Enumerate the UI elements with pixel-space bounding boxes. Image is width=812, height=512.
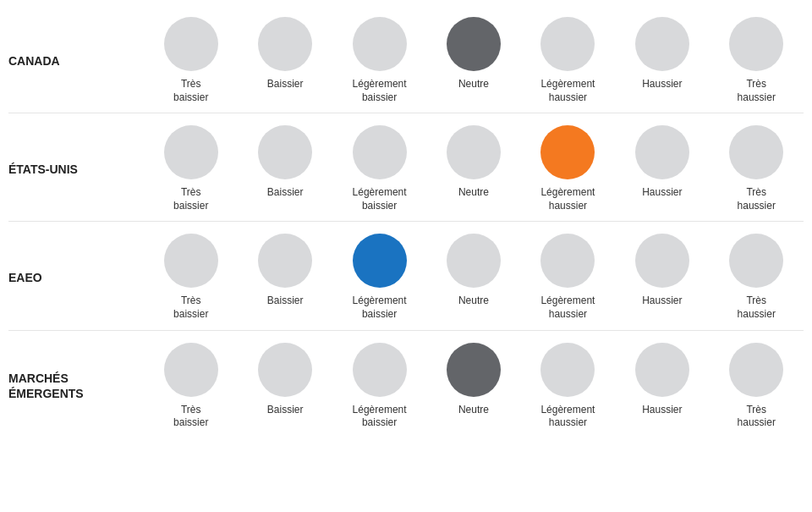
circle-eaeo-haussier[interactable]: [635, 234, 689, 288]
circle-col-canada-tres-haussier: Trèshaussier: [710, 17, 804, 104]
col-label-tres-baissier: Trèsbaissier: [173, 78, 208, 104]
circle-col-canada-haussier: Haussier: [615, 17, 709, 104]
col-label-baissier: Baissier: [267, 295, 304, 308]
col-label-neutre: Neutre: [458, 295, 489, 308]
circle-marches-emergents-tres-baissier[interactable]: [164, 343, 218, 397]
circle-eaeo-baissier[interactable]: [258, 234, 312, 288]
circle-marches-emergents-legerement-haussier[interactable]: [540, 343, 595, 397]
circle-canada-legerement-haussier[interactable]: [540, 17, 595, 71]
col-label-baissier: Baissier: [267, 186, 304, 200]
circle-marches-emergents-haussier[interactable]: [635, 343, 689, 397]
circle-canada-neutre[interactable]: [447, 17, 501, 71]
circle-marches-emergents-tres-haussier[interactable]: [729, 343, 783, 397]
circle-eaeo-tres-baissier[interactable]: [164, 234, 218, 288]
circle-col-etats-unis-tres-haussier: Trèshaussier: [710, 125, 804, 212]
col-label-haussier: Haussier: [642, 186, 682, 200]
row-label-etats-unis: ÉTATS-UNIS: [8, 162, 144, 177]
circle-eaeo-legerement-haussier[interactable]: [540, 234, 595, 288]
row-etats-unis: ÉTATS-UNISTrèsbaissierBaissierLégèrement…: [8, 125, 804, 212]
circle-col-marches-emergents-legerement-baissier: Légèrementbaissier: [332, 343, 426, 430]
circle-col-etats-unis-tres-baissier: Trèsbaissier: [144, 125, 238, 212]
col-label-legerement-baissier: Légèrementbaissier: [353, 186, 407, 212]
col-label-tres-baissier: Trèsbaissier: [173, 186, 208, 212]
circle-marches-emergents-neutre[interactable]: [447, 343, 501, 397]
circle-col-etats-unis-neutre: Neutre: [426, 125, 520, 212]
circle-col-etats-unis-baissier: Baissier: [238, 125, 332, 212]
circle-col-canada-baissier: Baissier: [238, 17, 332, 104]
circle-col-marches-emergents-legerement-haussier: Légèrementhaussier: [521, 343, 615, 430]
circles-area-etats-unis: TrèsbaissierBaissierLégèrementbaissierNe…: [144, 125, 804, 212]
row-label-eaeo: EAEO: [8, 270, 144, 285]
col-label-tres-haussier: Trèshaussier: [738, 78, 776, 104]
col-label-legerement-baissier: Légèrementbaissier: [353, 295, 407, 321]
circle-etats-unis-legerement-haussier[interactable]: [540, 125, 595, 179]
row-marches-emergents: MARCHÉS ÉMERGENTSTrèsbaissierBaissierLég…: [8, 343, 804, 430]
circle-etats-unis-tres-baissier[interactable]: [164, 125, 218, 179]
col-label-legerement-baissier: Légèrementbaissier: [353, 404, 407, 430]
divider-0: [8, 113, 804, 113]
col-label-tres-haussier: Trèshaussier: [738, 186, 776, 212]
col-label-tres-haussier: Trèshaussier: [738, 404, 776, 430]
circle-etats-unis-tres-haussier[interactable]: [729, 125, 783, 179]
circle-canada-baissier[interactable]: [258, 17, 312, 71]
circle-eaeo-tres-haussier[interactable]: [729, 234, 783, 288]
circle-col-eaeo-baissier: Baissier: [238, 234, 332, 321]
col-label-tres-baissier: Trèsbaissier: [173, 295, 208, 321]
circle-etats-unis-baissier[interactable]: [258, 125, 312, 179]
circle-col-eaeo-haussier: Haussier: [615, 234, 709, 321]
col-label-baissier: Baissier: [267, 78, 304, 91]
col-label-baissier: Baissier: [267, 404, 304, 417]
circle-col-marches-emergents-neutre: Neutre: [426, 343, 520, 430]
circle-canada-legerement-baissier[interactable]: [353, 17, 407, 71]
circle-canada-tres-baissier[interactable]: [164, 17, 218, 71]
circle-col-marches-emergents-haussier: Haussier: [615, 343, 709, 430]
circle-eaeo-neutre[interactable]: [447, 234, 501, 288]
row-label-marches-emergents: MARCHÉS ÉMERGENTS: [8, 371, 144, 401]
circle-etats-unis-legerement-baissier[interactable]: [353, 125, 407, 179]
divider-1: [8, 221, 804, 222]
divider-2: [8, 330, 804, 331]
circle-col-etats-unis-legerement-haussier: Légèrementhaussier: [521, 125, 615, 212]
circle-col-etats-unis-legerement-baissier: Légèrementbaissier: [332, 125, 426, 212]
row-canada: CANADATrèsbaissierBaissierLégèrementbais…: [8, 17, 804, 104]
circle-marches-emergents-baissier[interactable]: [258, 343, 312, 397]
circle-col-canada-legerement-haussier: Légèrementhaussier: [521, 17, 615, 104]
circle-col-eaeo-legerement-haussier: Légèrementhaussier: [521, 234, 615, 321]
circle-col-marches-emergents-tres-baissier: Trèsbaissier: [144, 343, 238, 430]
circle-col-canada-neutre: Neutre: [426, 17, 520, 104]
col-label-haussier: Haussier: [642, 404, 682, 417]
col-label-tres-haussier: Trèshaussier: [738, 295, 776, 321]
circles-area-eaeo: TrèsbaissierBaissierLégèrementbaissierNe…: [144, 234, 804, 321]
circle-etats-unis-neutre[interactable]: [447, 125, 501, 179]
circle-col-canada-legerement-baissier: Légèrementbaissier: [332, 17, 426, 104]
circle-col-eaeo-tres-haussier: Trèshaussier: [710, 234, 804, 321]
col-label-neutre: Neutre: [458, 78, 489, 91]
circle-canada-haussier[interactable]: [635, 17, 689, 71]
circle-eaeo-legerement-baissier[interactable]: [353, 234, 407, 288]
col-label-neutre: Neutre: [458, 186, 489, 200]
col-label-legerement-haussier: Légèrementhaussier: [540, 186, 595, 212]
circle-col-etats-unis-haussier: Haussier: [615, 125, 709, 212]
col-label-legerement-haussier: Légèrementhaussier: [540, 78, 595, 104]
col-label-legerement-haussier: Légèrementhaussier: [540, 295, 595, 321]
col-label-legerement-haussier: Légèrementhaussier: [540, 404, 595, 430]
circle-col-eaeo-tres-baissier: Trèsbaissier: [144, 234, 238, 321]
circle-etats-unis-haussier[interactable]: [635, 125, 689, 179]
circle-col-eaeo-neutre: Neutre: [426, 234, 520, 321]
circle-canada-tres-haussier[interactable]: [729, 17, 783, 71]
circle-col-marches-emergents-baissier: Baissier: [238, 343, 332, 430]
circle-col-marches-emergents-tres-haussier: Trèshaussier: [710, 343, 804, 430]
circle-marches-emergents-legerement-baissier[interactable]: [353, 343, 407, 397]
col-label-legerement-baissier: Légèrementbaissier: [353, 78, 407, 104]
col-label-neutre: Neutre: [458, 404, 489, 417]
chart-container: CANADATrèsbaissierBaissierLégèrementbais…: [0, 0, 812, 447]
circles-area-canada: TrèsbaissierBaissierLégèrementbaissierNe…: [144, 17, 804, 104]
circle-col-eaeo-legerement-baissier: Légèrementbaissier: [332, 234, 426, 321]
col-label-tres-baissier: Trèsbaissier: [173, 404, 208, 430]
row-label-canada: CANADA: [8, 53, 144, 69]
circle-col-canada-tres-baissier: Trèsbaissier: [144, 17, 238, 104]
circles-area-marches-emergents: TrèsbaissierBaissierLégèrementbaissierNe…: [144, 343, 804, 430]
col-label-haussier: Haussier: [642, 295, 682, 308]
col-label-haussier: Haussier: [642, 78, 682, 91]
row-eaeo: EAEOTrèsbaissierBaissierLégèrementbaissi…: [8, 234, 804, 321]
